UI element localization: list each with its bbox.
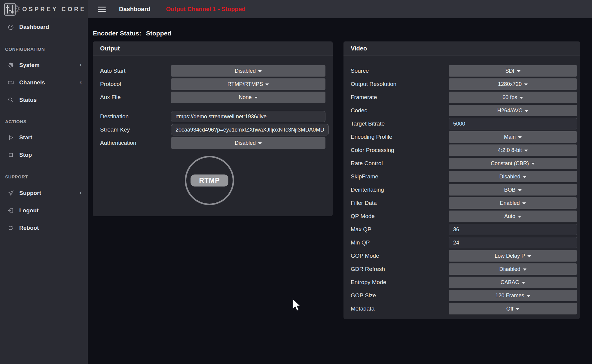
caret-down-icon xyxy=(258,142,262,144)
output-resolution-dropdown[interactable]: 1280x720 xyxy=(449,78,577,90)
field-label: SkipFrame xyxy=(351,173,449,180)
field-row-color-processing: Color Processing 4:2:0 8-bit xyxy=(351,144,577,156)
target-bitrate-input[interactable]: 5000 xyxy=(449,118,577,129)
stream-key-input[interactable]: 20caa934cd496?p=eyJ1cmxfZXhwaXJlIjoxNTc3… xyxy=(171,124,329,135)
min-qp-input[interactable]: 24 xyxy=(449,237,577,248)
sidebar-section-support: SUPPORT xyxy=(5,174,28,180)
field-row-protocol: Protocol RTMP/RTMPS xyxy=(100,78,325,90)
dropdown-value: 120 Frames xyxy=(495,293,524,299)
brand-logo: ⚙ OSPREY CORE xyxy=(0,0,88,18)
gop-mode-dropdown[interactable]: Low Delay P xyxy=(449,250,577,262)
dropdown-value: Main xyxy=(504,134,516,140)
encoder-status-value: Stopped xyxy=(146,30,171,37)
send-icon xyxy=(8,190,14,196)
dropdown-value: 1280x720 xyxy=(498,81,522,87)
sidebar-item-reboot[interactable]: Reboot xyxy=(0,224,88,232)
topnav-channel-status[interactable]: Output Channel 1 - Stopped xyxy=(166,6,245,13)
filler-data-dropdown[interactable]: Enabled xyxy=(449,197,577,209)
max-qp-input[interactable]: 36 xyxy=(449,224,577,235)
caret-down-icon xyxy=(524,150,528,152)
field-row-filler-data: Filler Data Enabled xyxy=(351,197,577,209)
dropdown-value: Low Delay P xyxy=(495,253,525,259)
metadata-dropdown[interactable]: Off xyxy=(449,303,577,314)
caret-down-icon xyxy=(524,83,528,86)
rtmp-protocol-badge: RTMP xyxy=(185,156,234,205)
field-row-metadata: Metadata Off xyxy=(351,303,577,314)
sidebar-item-label: Stop xyxy=(19,152,32,158)
field-row-entropy-mode: Entropy Mode CABAC xyxy=(351,277,577,288)
encoding-profile-dropdown[interactable]: Main xyxy=(449,131,577,143)
dropdown-value: RTMP/RTMPS xyxy=(227,81,263,87)
encoder-status: Encoder Status: Stopped xyxy=(93,30,171,37)
input-value: rtmps://demo.streamwell.net:1936/live xyxy=(175,114,267,120)
field-label: Source xyxy=(351,68,449,74)
top-bar: ⚙ OSPREY CORE Dashboard Output Channel 1… xyxy=(0,0,592,18)
field-row-encoding-profile: Encoding Profile Main xyxy=(351,131,577,143)
auto-start-dropdown[interactable]: Disabled xyxy=(171,65,325,77)
field-label: GOP Size xyxy=(351,292,449,299)
deinterlacing-dropdown[interactable]: BOB xyxy=(449,184,577,196)
framerate-dropdown[interactable]: 60 fps xyxy=(449,92,577,103)
codec-dropdown[interactable]: H264/AVC xyxy=(449,105,577,116)
sidebar-item-dashboard[interactable]: Dashboard xyxy=(0,23,88,31)
color-processing-dropdown[interactable]: 4:2:0 8-bit xyxy=(449,144,577,156)
entropy-mode-dropdown[interactable]: CABAC xyxy=(449,277,577,288)
field-row-min-qp: Min QP 24 xyxy=(351,237,577,248)
caret-down-icon xyxy=(523,268,526,271)
dropdown-value: H264/AVC xyxy=(497,108,523,114)
dropdown-value: Disabled xyxy=(235,68,256,74)
gop-size-dropdown[interactable]: 120 Frames xyxy=(449,290,577,301)
sidebar-item-label: Logout xyxy=(19,207,38,214)
sidebar-item-start[interactable]: Start xyxy=(0,133,88,142)
gdr-refresh-dropdown[interactable]: Disabled xyxy=(449,263,577,275)
field-row-output-resolution: Output Resolution 1280x720 xyxy=(351,78,577,90)
osprey-logo-icon: ⚙ xyxy=(4,2,19,16)
sidebar-item-label: Support xyxy=(19,190,41,196)
field-label: Stream Key xyxy=(100,126,171,133)
sidebar-item-support[interactable]: Support ‹ xyxy=(0,189,88,197)
topnav-dashboard[interactable]: Dashboard xyxy=(119,6,150,13)
field-label: Max QP xyxy=(351,226,449,233)
sidebar-item-logout[interactable]: Logout xyxy=(0,206,88,215)
dropdown-value: SDI xyxy=(505,68,514,74)
sidebar-item-label: Reboot xyxy=(19,225,39,231)
menu-toggle-icon[interactable] xyxy=(98,5,106,13)
aux-file-dropdown[interactable]: None xyxy=(171,92,325,103)
dropdown-value: CABAC xyxy=(500,279,519,286)
rate-control-dropdown[interactable]: Constant (CBR) xyxy=(449,158,577,169)
authentication-dropdown[interactable]: Disabled xyxy=(171,137,325,149)
input-value: 36 xyxy=(453,226,459,233)
dropdown-value: 60 fps xyxy=(502,94,517,101)
field-row-destination: Destination rtmps://demo.streamwell.net:… xyxy=(100,111,325,122)
sidebar-item-status[interactable]: Status xyxy=(0,96,88,104)
field-label: Output Resolution xyxy=(351,81,449,87)
caret-down-icon xyxy=(531,163,535,165)
play-icon xyxy=(8,134,14,141)
sidebar-item-system[interactable]: System ‹ xyxy=(0,61,88,69)
destination-input[interactable]: rtmps://demo.streamwell.net:1936/live xyxy=(171,111,325,122)
dropdown-value: 4:2:0 8-bit xyxy=(498,147,522,153)
sidebar-item-label: Start xyxy=(19,134,32,141)
caret-down-icon xyxy=(520,97,523,99)
sidebar-item-stop[interactable]: Stop xyxy=(0,151,88,159)
sidebar-item-channels[interactable]: Channels ‹ xyxy=(0,78,88,87)
panel-title: Video xyxy=(351,45,367,52)
sidebar-item-label: Status xyxy=(19,97,37,103)
field-row-authentication: Authentication Disabled xyxy=(100,137,325,149)
source-dropdown[interactable]: SDI xyxy=(449,65,577,77)
field-label: Codec xyxy=(351,107,449,114)
skipframe-dropdown[interactable]: Disabled xyxy=(449,171,577,182)
qp-mode-dropdown[interactable]: Auto xyxy=(449,211,577,222)
field-row-skipframe: SkipFrame Disabled xyxy=(351,171,577,182)
protocol-dropdown[interactable]: RTMP/RTMPS xyxy=(171,78,325,90)
caret-down-icon xyxy=(518,136,522,138)
caret-down-icon xyxy=(254,97,258,99)
field-label: Min QP xyxy=(351,239,449,246)
field-label: Encoding Profile xyxy=(351,134,449,140)
video-panel-header: Video xyxy=(343,41,580,56)
dropdown-value: None xyxy=(239,94,252,101)
field-label: Protocol xyxy=(100,81,171,87)
reboot-icon xyxy=(8,225,14,231)
field-label: GDR Refresh xyxy=(351,266,449,272)
sidebar-item-label: Dashboard xyxy=(19,24,49,30)
